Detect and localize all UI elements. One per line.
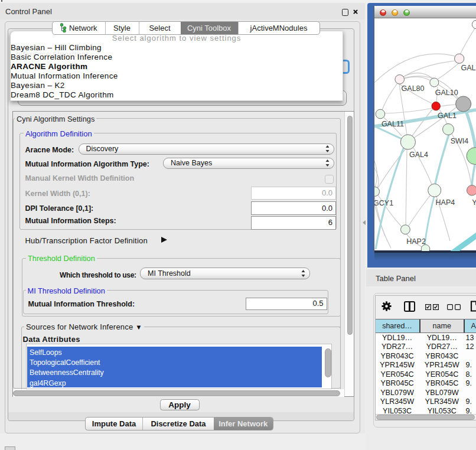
svg-text:GCY1: GCY1	[374, 199, 393, 207]
svg-text:GAL4: GAL4	[409, 151, 428, 159]
svg-text:HAP2: HAP2	[406, 237, 426, 246]
svg-text:YM: YM	[472, 198, 476, 207]
svg-text:GAL10: GAL10	[435, 89, 458, 97]
svg-text:GAL7: GAL7	[461, 64, 476, 72]
svg-text:SWI4: SWI4	[451, 137, 469, 145]
svg-text:GAL80: GAL80	[402, 84, 425, 93]
svg-text:GAL11: GAL11	[382, 120, 404, 128]
svg-text:GAL1: GAL1	[438, 112, 457, 120]
svg-text:HAP4: HAP4	[436, 198, 455, 207]
